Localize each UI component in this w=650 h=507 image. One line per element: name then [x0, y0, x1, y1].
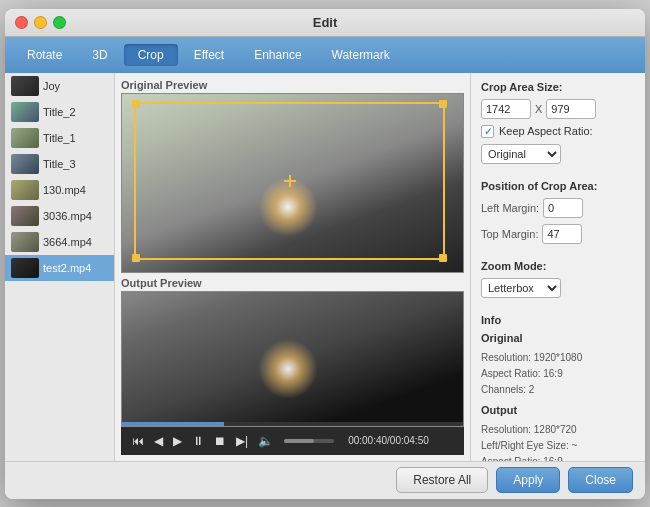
top-margin-row: Top Margin: [481, 224, 635, 244]
seek-bar[interactable] [122, 422, 463, 426]
output-preview-label: Output Preview [121, 277, 464, 289]
original-preview-section: Original Preview [121, 79, 464, 274]
keep-aspect-checkbox[interactable] [481, 125, 494, 138]
sidebar-label-title2: Title_2 [43, 106, 76, 118]
sidebar-thumb-title1 [11, 128, 39, 148]
sidebar-thumb-joy [11, 76, 39, 96]
volume-slider[interactable] [284, 439, 334, 443]
output-eye-size: Left/Right Eye Size: ~ [481, 438, 635, 454]
sidebar-label-3664: 3664.mp4 [43, 236, 92, 248]
zoom-mode-select[interactable]: Letterbox [481, 278, 561, 298]
time-display: 00:00:40/00:04:50 [348, 435, 429, 446]
tab-3d[interactable]: 3D [78, 44, 121, 66]
original-info-block: Resolution: 1920*1080 Aspect Ratio: 16:9… [481, 350, 635, 398]
tab-effect[interactable]: Effect [180, 44, 238, 66]
left-margin-label: Left Margin: [481, 202, 539, 214]
toolbar: Rotate 3D Crop Effect Enhance Watermark [5, 37, 645, 73]
top-margin-label: Top Margin: [481, 228, 538, 240]
keep-aspect-label: Keep Aspect Ratio: [499, 125, 593, 137]
output-preview-box [121, 291, 464, 426]
close-window-button[interactable] [15, 16, 28, 29]
pause-button[interactable]: ⏸ [189, 434, 207, 448]
right-panel: Crop Area Size: X Keep Aspect Ratio: Ori… [470, 73, 645, 461]
output-info-title: Output [481, 404, 635, 416]
sidebar-label-130: 130.mp4 [43, 184, 86, 196]
sidebar-thumb-3664 [11, 232, 39, 252]
skip-back-button[interactable]: ⏮ [129, 434, 147, 448]
original-video-frame [122, 94, 463, 273]
apply-button[interactable]: Apply [496, 467, 560, 493]
left-margin-row: Left Margin: [481, 198, 635, 218]
sidebar-label-title3: Title_3 [43, 158, 76, 170]
tab-crop[interactable]: Crop [124, 44, 178, 66]
output-preview-section: Output Preview ⏮ ◀ ▶ ⏸ ⏹ ▶| 🔈 [121, 277, 464, 454]
original-preview-box [121, 93, 464, 274]
crop-size-row: X [481, 99, 635, 119]
sidebar-item-3036[interactable]: 3036.mp4 [5, 203, 114, 229]
sidebar-thumb-3036 [11, 206, 39, 226]
tab-enhance[interactable]: Enhance [240, 44, 315, 66]
close-button[interactable]: Close [568, 467, 633, 493]
crop-area-size-label: Crop Area Size: [481, 81, 635, 93]
crop-height-input[interactable] [546, 99, 596, 119]
original-channels: Channels: 2 [481, 382, 635, 398]
sidebar-item-title1[interactable]: Title_1 [5, 125, 114, 151]
sidebar-thumb-130 [11, 180, 39, 200]
sidebar-label-joy: Joy [43, 80, 60, 92]
original-info-title: Original [481, 332, 635, 344]
info-title: Info [481, 314, 635, 326]
x-separator: X [535, 103, 542, 115]
sidebar-thumb-title2 [11, 102, 39, 122]
sidebar-item-130[interactable]: 130.mp4 [5, 177, 114, 203]
keep-aspect-row: Keep Aspect Ratio: [481, 125, 635, 138]
playback-controls: ⏮ ◀ ▶ ⏸ ⏹ ▶| 🔈 00:00:40/00:04:50 [121, 427, 464, 455]
sidebar-item-title3[interactable]: Title_3 [5, 151, 114, 177]
center-panel: Original Preview Output Preview [115, 73, 470, 461]
restore-all-button[interactable]: Restore All [396, 467, 488, 493]
original-preview-label: Original Preview [121, 79, 464, 91]
original-aspect: Aspect Ratio: 16:9 [481, 366, 635, 382]
top-margin-input[interactable] [542, 224, 582, 244]
bottom-bar: Restore All Apply Close [5, 461, 645, 499]
aspect-select-row: Original [481, 144, 635, 164]
play-button[interactable]: ▶ [170, 434, 185, 448]
sidebar-item-test2[interactable]: test2.mp4 [5, 255, 114, 281]
minimize-window-button[interactable] [34, 16, 47, 29]
original-resolution: Resolution: 1920*1080 [481, 350, 635, 366]
next-frame-button[interactable]: ▶| [233, 434, 251, 448]
volume-icon: 🔈 [255, 434, 276, 448]
sidebar-item-title2[interactable]: Title_2 [5, 99, 114, 125]
sidebar-label-title1: Title_1 [43, 132, 76, 144]
tab-watermark[interactable]: Watermark [318, 44, 404, 66]
zoom-mode-row: Letterbox [481, 278, 635, 298]
sidebar-label-test2: test2.mp4 [43, 262, 91, 274]
window-controls [15, 16, 66, 29]
aspect-ratio-select[interactable]: Original [481, 144, 561, 164]
sidebar-label-3036: 3036.mp4 [43, 210, 92, 222]
main-content: Joy Title_2 Title_1 Title_3 [5, 73, 645, 461]
stop-button[interactable]: ⏹ [211, 434, 229, 448]
output-video-frame [122, 292, 463, 425]
sidebar: Joy Title_2 Title_1 Title_3 [5, 73, 115, 461]
output-resolution: Resolution: 1280*720 [481, 422, 635, 438]
window-title: Edit [313, 15, 338, 30]
output-aspect: Aspect Ratio: 16:9 [481, 454, 635, 461]
maximize-window-button[interactable] [53, 16, 66, 29]
volume-fill [284, 439, 314, 443]
sidebar-item-3664[interactable]: 3664.mp4 [5, 229, 114, 255]
seek-progress [122, 422, 224, 426]
crop-width-input[interactable] [481, 99, 531, 119]
zoom-mode-label: Zoom Mode: [481, 260, 635, 272]
title-bar: Edit [5, 9, 645, 37]
tab-rotate[interactable]: Rotate [13, 44, 76, 66]
sidebar-thumb-test2 [11, 258, 39, 278]
main-window: Edit Rotate 3D Crop Effect Enhance Water… [5, 9, 645, 499]
prev-frame-button[interactable]: ◀ [151, 434, 166, 448]
sidebar-item-joy[interactable]: Joy [5, 73, 114, 99]
sidebar-thumb-title3 [11, 154, 39, 174]
position-label: Position of Crop Area: [481, 180, 635, 192]
left-margin-input[interactable] [543, 198, 583, 218]
output-info-block: Resolution: 1280*720 Left/Right Eye Size… [481, 422, 635, 461]
